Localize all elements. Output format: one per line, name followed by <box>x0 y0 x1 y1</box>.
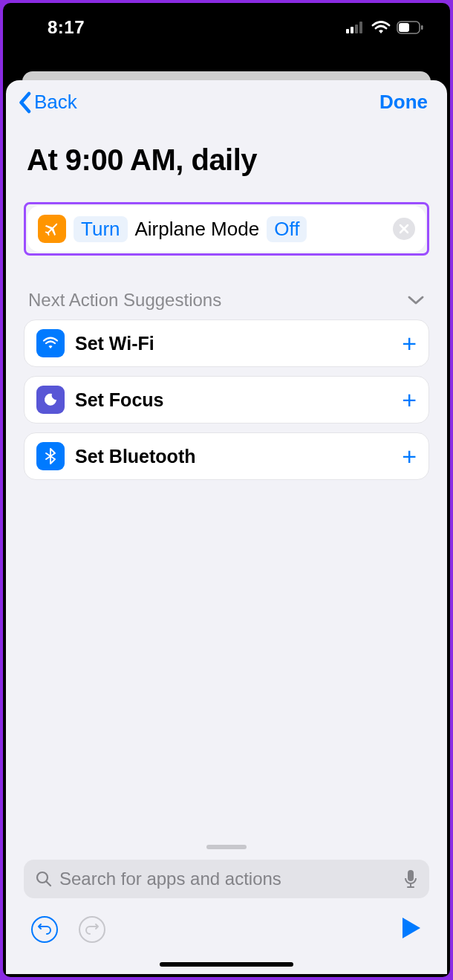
back-button[interactable]: Back <box>16 91 77 114</box>
svg-rect-5 <box>399 23 409 32</box>
modal-sheet: Back Done At 9:00 AM, daily Turn Airplan… <box>6 80 447 974</box>
status-bar: 8:17 <box>3 3 450 52</box>
action-state-pill[interactable]: Off <box>267 216 307 242</box>
status-time: 8:17 <box>48 17 85 38</box>
battery-icon <box>397 21 423 34</box>
redo-button <box>79 916 105 943</box>
play-icon <box>401 916 422 940</box>
nav-bar: Back Done <box>6 80 447 121</box>
toolbar <box>6 912 447 956</box>
svg-rect-9 <box>408 870 414 881</box>
svg-rect-3 <box>359 22 362 33</box>
suggestion-set-focus[interactable]: Set Focus + <box>24 376 429 424</box>
chevron-down-icon <box>407 295 425 305</box>
cellular-icon <box>346 22 365 33</box>
action-verb-pill[interactable]: Turn <box>74 216 128 242</box>
svg-rect-1 <box>351 27 353 33</box>
airplane-mode-icon <box>38 215 66 243</box>
wifi-icon <box>371 20 391 35</box>
bluetooth-icon <box>36 442 65 470</box>
close-icon <box>399 224 409 234</box>
suggestions-header-label: Next Action Suggestions <box>28 290 221 311</box>
add-icon: + <box>402 444 417 469</box>
suggestion-label: Set Wi-Fi <box>75 333 391 354</box>
phone-frame: 8:17 Back Done At 9:00 AM, daily Turn Ai… <box>3 3 450 977</box>
status-icons <box>346 20 423 35</box>
search-placeholder: Search for apps and actions <box>59 869 397 889</box>
focus-icon <box>36 386 65 414</box>
action-subject: Airplane Mode <box>135 218 260 241</box>
action-card[interactable]: Turn Airplane Mode Off <box>27 206 426 252</box>
done-button[interactable]: Done <box>379 91 428 114</box>
add-icon: + <box>402 331 417 356</box>
bottom-panel: Search for apps and actions <box>6 834 447 974</box>
undo-button[interactable] <box>31 916 58 943</box>
sheet-grabber[interactable] <box>206 845 247 849</box>
suggestion-set-wifi[interactable]: Set Wi-Fi + <box>24 319 429 367</box>
suggestion-label: Set Bluetooth <box>75 446 391 467</box>
add-icon: + <box>402 387 417 412</box>
chevron-left-icon <box>16 91 33 114</box>
back-label: Back <box>34 91 77 114</box>
undo-icon <box>37 922 52 937</box>
search-icon <box>36 871 52 887</box>
run-button[interactable] <box>401 916 422 943</box>
home-indicator[interactable] <box>160 962 293 967</box>
remove-action-button[interactable] <box>393 218 415 240</box>
search-input[interactable]: Search for apps and actions <box>24 860 429 898</box>
svg-line-8 <box>47 882 51 886</box>
svg-rect-6 <box>421 25 423 30</box>
suggestion-label: Set Focus <box>75 389 391 411</box>
redo-icon <box>85 922 100 937</box>
action-highlight-frame: Turn Airplane Mode Off <box>24 202 429 256</box>
microphone-icon[interactable] <box>404 869 417 889</box>
suggestion-set-bluetooth[interactable]: Set Bluetooth + <box>24 432 429 480</box>
svg-rect-0 <box>346 29 349 33</box>
wifi-icon <box>36 329 65 357</box>
suggestions-header[interactable]: Next Action Suggestions <box>6 256 447 319</box>
svg-rect-2 <box>355 25 358 33</box>
automation-title: At 9:00 AM, daily <box>6 121 447 202</box>
